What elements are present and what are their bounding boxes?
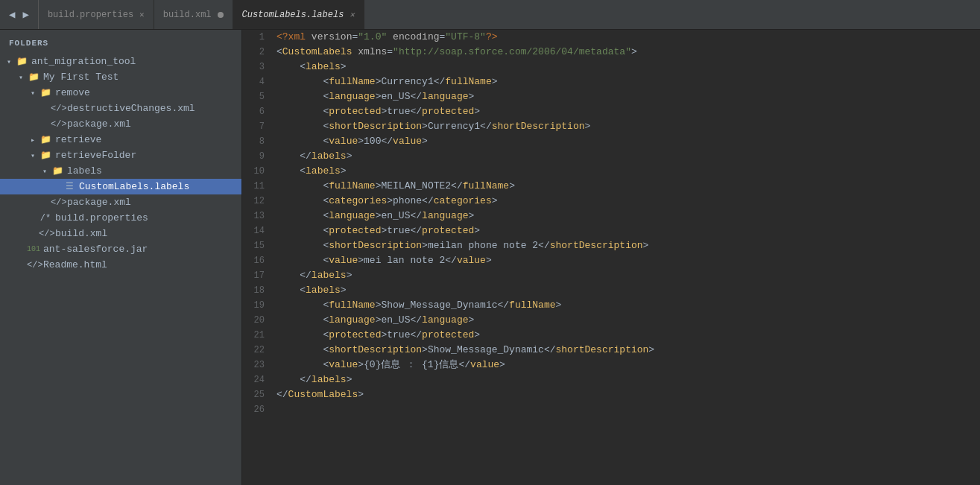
properties-icon-build: /* [39, 213, 52, 224]
editor-line-5: 5 <language>en_US</language> [242, 89, 980, 104]
tab-build-properties-close[interactable]: ✕ [139, 10, 145, 19]
editor-line-13: 13 <language>en_US</language> [242, 209, 980, 224]
tab-custom-labels[interactable]: CustomLabels.labels ✕ [233, 0, 364, 29]
line-code-25: </CustomLabels> [274, 387, 364, 402]
line-number-25: 25 [242, 387, 274, 402]
editor-line-22: 22 <shortDescription>Show_Message_Dynami… [242, 343, 980, 358]
editor-line-7: 7 <shortDescription>Currency1</shortDesc… [242, 119, 980, 134]
editor-line-24: 24 </labels> [242, 373, 980, 387]
label-build-xml: build.xml [55, 228, 107, 239]
sidebar-item-build-properties[interactable]: /* build.properties [0, 210, 241, 226]
folder-icon-my-first-test: 📁 [27, 72, 40, 83]
line-number-26: 26 [242, 402, 274, 417]
folder-icon-retrieve-folder: 📁 [39, 150, 52, 161]
editor-line-15: 15 <shortDescription>meilan phone note 2… [242, 238, 980, 253]
line-code-15: <shortDescription>meilan phone note 2</s… [274, 238, 648, 253]
labels-icon-custom-labels: ☰ [63, 181, 76, 192]
editor-line-25: 25</CustomLabels> [242, 387, 980, 402]
label-labels: labels [67, 165, 102, 177]
folder-icon-retrieve: 📁 [39, 134, 52, 145]
arrow-retrieve-folder: ▾ [27, 151, 39, 160]
line-number-17: 17 [242, 268, 274, 283]
line-code-12: <categories>phone</categories> [274, 194, 498, 209]
tab-build-xml[interactable]: build.xml [154, 0, 233, 29]
sidebar-item-ant-jar[interactable]: 101 ant-salesforce.jar [0, 241, 241, 257]
line-code-8: <value>100</value> [274, 134, 428, 149]
editor[interactable]: 1<?xml version="1.0" encoding="UTF-8"?>2… [242, 30, 980, 485]
label-readme: Readme.html [43, 259, 107, 270]
label-destructive-changes: destructiveChanges.xml [67, 103, 195, 114]
line-number-10: 10 [242, 164, 274, 179]
arrow-retrieve: ▸ [27, 136, 39, 145]
sidebar-item-build-xml[interactable]: </> build.xml [0, 226, 241, 241]
sidebar-item-my-first-test[interactable]: ▾ 📁 My First Test [0, 69, 241, 85]
editor-content: 1<?xml version="1.0" encoding="UTF-8"?>2… [242, 30, 980, 417]
sidebar-item-package-xml-1[interactable]: </> package.xml [0, 116, 241, 132]
line-number-11: 11 [242, 179, 274, 194]
label-remove: remove [55, 87, 90, 98]
line-number-15: 15 [242, 238, 274, 253]
line-number-12: 12 [242, 194, 274, 209]
xml-icon-destructive: </> [51, 104, 64, 114]
line-code-24: </labels> [274, 373, 352, 387]
nav-forward-icon[interactable]: ▶ [19, 7, 31, 22]
sidebar-item-readme[interactable]: </> Readme.html [0, 257, 241, 273]
line-code-16: <value>mei lan note 2</value> [274, 253, 492, 268]
arrow-my-first-test: ▾ [15, 73, 27, 82]
sidebar-item-custom-labels[interactable]: ☰ CustomLabels.labels [0, 179, 241, 194]
tab-custom-labels-label: CustomLabels.labels [242, 10, 344, 20]
sidebar-item-destructive-changes[interactable]: </> destructiveChanges.xml [0, 101, 241, 116]
line-code-14: <protected>true</protected> [274, 224, 480, 238]
editor-line-9: 9 </labels> [242, 149, 980, 164]
editor-line-8: 8 <value>100</value> [242, 134, 980, 149]
tab-build-properties-label: build.properties [48, 10, 133, 20]
label-ant-jar: ant-salesforce.jar [43, 244, 148, 255]
label-build-properties: build.properties [55, 212, 148, 224]
line-number-9: 9 [242, 149, 274, 164]
tab-build-xml-label: build.xml [163, 10, 212, 20]
arrow-labels: ▾ [39, 167, 51, 176]
sidebar-item-remove[interactable]: ▾ 📁 remove [0, 85, 241, 101]
line-number-16: 16 [242, 253, 274, 268]
line-number-24: 24 [242, 373, 274, 387]
line-code-5: <language>en_US</language> [274, 89, 474, 104]
sidebar-item-retrieve-folder[interactable]: ▾ 📁 retrieveFolder [0, 148, 241, 163]
sidebar-item-retrieve[interactable]: ▸ 📁 retrieve [0, 132, 241, 148]
editor-line-6: 6 <protected>true</protected> [242, 104, 980, 119]
nav-arrows: ◀ ▶ [0, 0, 39, 29]
sidebar-header: FOLDERS [0, 33, 241, 54]
sidebar-item-package-xml-2[interactable]: </> package.xml [0, 194, 241, 210]
sidebar-item-ant-migration-tool[interactable]: ▾ 📁 ant_migration_tool [0, 54, 241, 69]
arrow-remove: ▾ [27, 89, 39, 98]
line-number-4: 4 [242, 75, 274, 89]
label-package-xml-1: package.xml [67, 118, 131, 130]
jar-icon-ant: 101 [27, 245, 40, 253]
editor-line-26: 26 [242, 402, 980, 417]
sidebar: FOLDERS ▾ 📁 ant_migration_tool ▾ 📁 My Fi… [0, 30, 242, 485]
line-code-18: <labels> [274, 283, 347, 298]
line-number-1: 1 [242, 30, 274, 45]
line-number-6: 6 [242, 104, 274, 119]
line-code-1: <?xml version="1.0" encoding="UTF-8"?> [274, 30, 498, 45]
line-code-4: <fullName>Currency1</fullName> [274, 75, 498, 89]
line-number-22: 22 [242, 343, 274, 358]
label-package-xml-2: package.xml [67, 197, 131, 208]
line-number-7: 7 [242, 119, 274, 134]
label-my-first-test: My First Test [43, 72, 118, 83]
nav-back-icon[interactable]: ◀ [6, 7, 18, 22]
line-code-17: </labels> [274, 268, 352, 283]
editor-line-11: 11 <fullName>MEILAN_NOTE2</fullName> [242, 179, 980, 194]
editor-line-23: 23 <value>{0}信息 ： {1}信息</value> [242, 358, 980, 373]
folder-icon-remove: 📁 [39, 87, 52, 98]
editor-line-2: 2<CustomLabels xmlns="http://soap.sforce… [242, 45, 980, 60]
sidebar-item-labels[interactable]: ▾ 📁 labels [0, 163, 241, 179]
editor-line-19: 19 <fullName>Show_Message_Dynamic</fullN… [242, 298, 980, 313]
line-number-14: 14 [242, 224, 274, 238]
label-ant-migration-tool: ant_migration_tool [31, 56, 136, 67]
xml-icon-package-1: </> [51, 119, 64, 130]
tab-build-xml-modified [218, 12, 224, 18]
line-number-5: 5 [242, 89, 274, 104]
tab-custom-labels-close[interactable]: ✕ [350, 10, 355, 19]
tab-build-properties[interactable]: build.properties ✕ [39, 0, 154, 29]
line-number-23: 23 [242, 358, 274, 373]
